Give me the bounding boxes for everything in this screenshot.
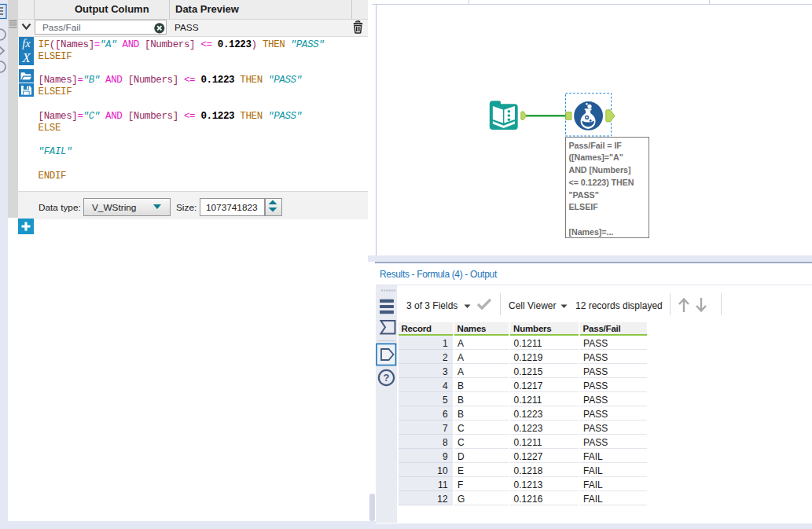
svg-text:?: ? <box>384 372 390 384</box>
